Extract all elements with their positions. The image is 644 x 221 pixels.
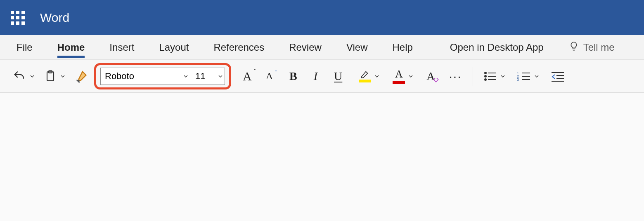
bold-icon: B bbox=[289, 70, 297, 83]
tab-label: Insert bbox=[109, 42, 134, 53]
bullets-button[interactable] bbox=[481, 66, 509, 87]
undo-icon bbox=[12, 69, 26, 83]
lightbulb-icon bbox=[568, 41, 578, 54]
numbered-list-icon: 1 2 3 bbox=[517, 71, 531, 82]
italic-icon: I bbox=[314, 70, 317, 83]
ribbon-toolbar: Aˆ Aˇ B I U A A bbox=[0, 60, 644, 93]
chevron-down-icon bbox=[374, 73, 380, 80]
chevron-down-icon bbox=[59, 73, 66, 80]
format-painter-button[interactable] bbox=[72, 66, 91, 87]
tell-me-label: Tell me bbox=[583, 42, 615, 53]
ribbon-tabs: File Home Insert Layout References Revie… bbox=[0, 35, 644, 60]
svg-point-3 bbox=[485, 72, 486, 74]
document-canvas[interactable] bbox=[0, 93, 644, 221]
tab-file[interactable]: File bbox=[17, 35, 33, 59]
tell-me-search[interactable]: Tell me bbox=[568, 41, 615, 54]
clear-formatting-icon: A bbox=[426, 70, 435, 83]
clipboard-icon bbox=[44, 69, 57, 83]
tab-label: Layout bbox=[159, 42, 189, 53]
decrease-indent-button[interactable] bbox=[548, 66, 567, 87]
font-group-highlight bbox=[94, 63, 231, 89]
separator bbox=[473, 67, 473, 86]
tab-layout[interactable]: Layout bbox=[159, 35, 189, 59]
tab-home[interactable]: Home bbox=[57, 35, 85, 59]
highlight-color-button[interactable] bbox=[356, 66, 383, 87]
svg-rect-2 bbox=[433, 78, 438, 82]
undo-button[interactable] bbox=[10, 66, 38, 87]
ellipsis-icon: ··· bbox=[449, 69, 462, 83]
underline-icon: U bbox=[334, 70, 342, 83]
font-size-input[interactable] bbox=[191, 68, 216, 85]
font-color-icon: A bbox=[393, 68, 405, 84]
tab-label: References bbox=[213, 42, 264, 53]
shrink-font-icon: Aˇ bbox=[266, 71, 273, 82]
tab-label: Review bbox=[289, 42, 322, 53]
font-name-input[interactable] bbox=[101, 68, 180, 85]
tab-review[interactable]: Review bbox=[289, 35, 322, 59]
open-desktop-label: Open in Desktop App bbox=[450, 42, 544, 53]
tab-view[interactable]: View bbox=[346, 35, 368, 59]
app-launcher-button[interactable] bbox=[0, 0, 35, 35]
tab-label: Help bbox=[392, 42, 412, 53]
shrink-font-button[interactable]: Aˇ bbox=[263, 66, 275, 87]
chevron-down-icon bbox=[500, 73, 506, 80]
svg-point-5 bbox=[485, 75, 486, 77]
bullet-list-icon bbox=[484, 71, 497, 82]
chevron-down-icon bbox=[217, 73, 224, 80]
underline-button[interactable]: U bbox=[331, 66, 345, 87]
decrease-indent-icon bbox=[551, 71, 565, 82]
more-font-options-button[interactable]: ··· bbox=[447, 66, 464, 87]
chevron-down-icon bbox=[533, 73, 540, 80]
chevron-down-icon bbox=[407, 73, 414, 80]
open-in-desktop-button[interactable]: Open in Desktop App bbox=[450, 35, 544, 59]
svg-point-7 bbox=[485, 79, 486, 80]
grow-font-icon: Aˆ bbox=[243, 69, 252, 83]
title-bar: Word bbox=[0, 0, 644, 35]
waffle-icon bbox=[11, 11, 25, 25]
italic-button[interactable]: I bbox=[311, 66, 320, 87]
tab-label: View bbox=[346, 42, 368, 53]
font-name-dropdown[interactable] bbox=[180, 68, 191, 85]
clear-formatting-button[interactable]: A bbox=[424, 66, 437, 87]
paintbrush-icon bbox=[74, 69, 88, 83]
tab-help[interactable]: Help bbox=[392, 35, 412, 59]
bold-button[interactable]: B bbox=[287, 66, 300, 87]
chevron-down-icon bbox=[182, 73, 189, 80]
numbering-button[interactable]: 1 2 3 bbox=[514, 66, 542, 87]
font-size-dropdown[interactable] bbox=[216, 68, 225, 85]
tab-label: File bbox=[17, 42, 33, 53]
svg-text:3: 3 bbox=[517, 78, 519, 82]
tab-insert[interactable]: Insert bbox=[109, 35, 134, 59]
chevron-down-icon bbox=[29, 73, 36, 80]
tab-references[interactable]: References bbox=[213, 35, 264, 59]
paste-button[interactable] bbox=[41, 66, 69, 87]
highlighter-icon bbox=[359, 70, 371, 82]
font-color-button[interactable]: A bbox=[390, 66, 417, 87]
font-name-combo[interactable] bbox=[100, 68, 191, 85]
app-title: Word bbox=[40, 11, 69, 25]
font-size-combo[interactable] bbox=[191, 68, 225, 85]
tab-label: Home bbox=[57, 42, 85, 53]
grow-font-button[interactable]: Aˆ bbox=[240, 66, 254, 87]
